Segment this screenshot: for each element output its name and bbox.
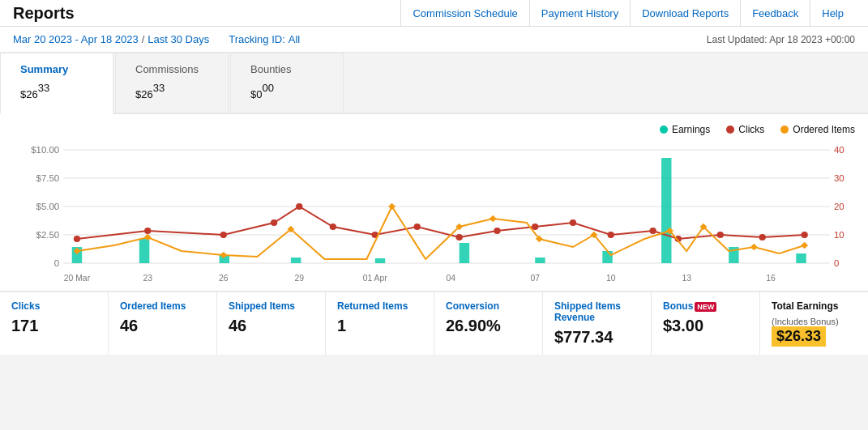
col-label-bonus: BonusNEW <box>663 300 748 312</box>
svg-point-41 <box>532 224 538 230</box>
svg-rect-30 <box>796 253 806 263</box>
nav-feedback[interactable]: Feedback <box>740 0 810 27</box>
col-value-ordered-items: 46 <box>120 317 205 335</box>
tracking-id-dropdown[interactable]: Tracking ID: All <box>229 33 303 45</box>
col-label-total-earnings: Total Earnings <box>772 300 857 312</box>
svg-text:20: 20 <box>834 202 844 212</box>
chart-svg: $10.00 $7.50 $5.00 $2.50 0 40 30 20 10 0… <box>13 142 855 287</box>
col-label-conversion: Conversion <box>446 300 531 312</box>
last-updated: Last Updated: Apr 18 2023 +00:00 <box>707 34 855 45</box>
page-title: Reports <box>13 4 75 23</box>
svg-point-34 <box>271 219 277 226</box>
col-value-conversion: 26.90% <box>446 317 531 335</box>
nav-download-reports[interactable]: Download Reports <box>630 0 740 27</box>
svg-point-44 <box>649 228 656 234</box>
svg-point-48 <box>802 232 808 238</box>
svg-text:23: 23 <box>143 275 152 283</box>
svg-rect-25 <box>460 243 469 263</box>
svg-text:13: 13 <box>682 275 691 283</box>
svg-point-42 <box>570 219 576 226</box>
svg-rect-28 <box>661 158 671 263</box>
col-label-ordered-items: Ordered Items <box>120 300 205 312</box>
svg-point-38 <box>414 224 421 230</box>
stats-col-bonus: BonusNEW $3.00 <box>652 292 760 355</box>
svg-point-46 <box>717 232 724 238</box>
svg-text:$2.50: $2.50 <box>36 231 60 241</box>
filter-left: Mar 20 2023 - Apr 18 2023 / Last 30 Days… <box>13 33 303 45</box>
filter-bar: Mar 20 2023 - Apr 18 2023 / Last 30 Days… <box>0 27 868 53</box>
svg-rect-27 <box>602 251 612 263</box>
col-value-total-earnings: $26.33 <box>772 326 826 347</box>
nav-help[interactable]: Help <box>810 0 855 27</box>
stats-col-returned-items: Returned Items 1 <box>326 292 434 355</box>
svg-point-39 <box>456 234 463 241</box>
chart-container: $10.00 $7.50 $5.00 $2.50 0 40 30 20 10 0… <box>13 142 855 287</box>
col-label-shipped-revenue: Shipped Items Revenue <box>554 300 639 323</box>
svg-text:30: 30 <box>834 174 844 184</box>
svg-text:$5.00: $5.00 <box>36 202 60 212</box>
svg-rect-23 <box>291 258 301 263</box>
tab-commissions[interactable]: Commissions $2633 <box>115 53 229 113</box>
new-badge: NEW <box>695 302 716 312</box>
last-updated-label: Last Updated: <box>707 34 768 45</box>
col-label-returned-items: Returned Items <box>337 300 422 312</box>
svg-point-31 <box>74 236 80 242</box>
svg-rect-24 <box>375 258 385 263</box>
svg-point-40 <box>494 228 500 234</box>
svg-rect-61 <box>801 242 808 249</box>
legend-earnings-label: Earnings <box>672 124 710 135</box>
svg-text:$7.50: $7.50 <box>36 174 60 184</box>
stats-col-clicks: Clicks 171 <box>0 292 109 355</box>
nav-payment-history[interactable]: Payment History <box>529 0 630 27</box>
summary-tabs: Summary $2633 Commissions $2633 Bounties… <box>0 53 868 114</box>
col-sublabel-total-earnings: (Includes Bonus) <box>772 317 857 326</box>
svg-text:20 Mar: 20 Mar <box>64 275 91 283</box>
stats-table: Clicks 171 Ordered Items 46 Shipped Item… <box>0 291 868 355</box>
svg-text:26: 26 <box>219 275 229 283</box>
stats-col-shipped-items: Shipped Items 46 <box>217 292 326 355</box>
svg-text:29: 29 <box>294 275 304 283</box>
svg-rect-60 <box>750 244 758 250</box>
chart-area: Earnings Clicks Ordered Items $10.00 $7.… <box>0 114 868 291</box>
tracking-value: All <box>289 33 300 45</box>
col-label-clicks: Clicks <box>11 300 96 312</box>
svg-text:07: 07 <box>530 275 540 283</box>
svg-text:04: 04 <box>447 275 456 283</box>
svg-point-35 <box>296 203 302 210</box>
col-value-returned-items: 1 <box>337 317 422 335</box>
tab-value-bounties: $000 <box>250 79 323 103</box>
svg-point-43 <box>608 232 614 238</box>
legend-ordered-label: Ordered Items <box>793 124 855 135</box>
chart-legend: Earnings Clicks Ordered Items <box>13 124 855 135</box>
date-range-dropdown[interactable]: Mar 20 2023 - Apr 18 2023 / Last 30 Days <box>13 33 212 45</box>
tab-label-commissions: Commissions <box>135 63 208 75</box>
clicks-dot-icon <box>726 126 734 134</box>
svg-text:$10.00: $10.00 <box>31 146 59 155</box>
ordered-dot-icon <box>780 126 789 134</box>
svg-rect-21 <box>139 239 149 263</box>
col-value-bonus: $3.00 <box>663 317 748 335</box>
tracking-label: Tracking ID: <box>229 33 285 45</box>
tab-label-summary: Summary <box>20 63 93 75</box>
svg-text:10: 10 <box>834 231 844 241</box>
col-label-shipped-items: Shipped Items <box>229 300 314 312</box>
stats-col-conversion: Conversion 26.90% <box>434 292 543 355</box>
svg-text:40: 40 <box>834 146 844 155</box>
nav-commission-schedule[interactable]: Commission Schedule <box>400 0 528 27</box>
stats-col-total-earnings: Total Earnings (Includes Bonus) $26.33 <box>760 292 868 355</box>
svg-rect-26 <box>535 258 545 263</box>
svg-point-33 <box>220 232 227 238</box>
svg-point-36 <box>330 224 336 230</box>
svg-text:0: 0 <box>54 259 59 269</box>
tab-summary[interactable]: Summary $2633 <box>0 53 113 114</box>
svg-text:0: 0 <box>834 259 839 269</box>
tab-value-summary: $2633 <box>20 79 93 103</box>
nav-links: Commission Schedule Payment History Down… <box>400 0 855 27</box>
svg-rect-55 <box>490 215 497 222</box>
tab-value-commissions: $2633 <box>135 79 208 103</box>
date-preset-text: Last 30 Days <box>148 33 209 45</box>
earnings-dot-icon <box>660 126 668 134</box>
tab-bounties[interactable]: Bounties $000 <box>230 53 344 113</box>
top-nav: Reports Commission Schedule Payment Hist… <box>0 0 868 27</box>
svg-text:16: 16 <box>766 275 776 283</box>
